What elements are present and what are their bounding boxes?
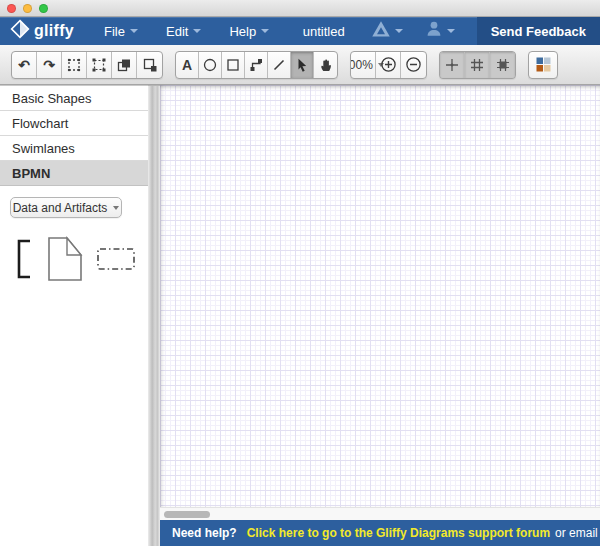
grid-lines-toggle-button[interactable] xyxy=(465,52,490,78)
rectangle-tool-icon xyxy=(225,57,241,73)
drawing-tools-group: A xyxy=(175,51,338,79)
zoom-out-button[interactable] xyxy=(401,52,426,78)
horizontal-scrollbar-thumb[interactable] xyxy=(164,511,210,518)
menu-help-label: Help xyxy=(229,24,256,39)
zoom-in-icon xyxy=(380,56,397,73)
shape-library-sidebar: Basic Shapes Flowchart Swimlanes BPMN Da… xyxy=(0,85,148,546)
text-annotation-bracket-icon xyxy=(14,238,34,280)
snap-to-grid-icon xyxy=(495,57,511,73)
crosshair-icon xyxy=(444,57,460,73)
shape-group-dropdown[interactable]: Data and Artifacts xyxy=(10,197,122,218)
zoom-window-button[interactable] xyxy=(39,4,48,13)
undo-button[interactable]: ↶ xyxy=(12,52,37,78)
text-tool-icon: A xyxy=(182,58,192,72)
gliffy-logo: gliffy xyxy=(10,19,74,43)
group-artifact-icon xyxy=(96,247,136,271)
help-prefix: Need help? xyxy=(172,526,237,540)
pan-tool-button[interactable] xyxy=(314,52,337,78)
zoom-level-value: 100% xyxy=(350,58,373,72)
chevron-down-icon xyxy=(193,29,201,33)
sidebar-item-flowchart[interactable]: Flowchart xyxy=(0,111,148,136)
nav-right-cluster: untitled Send Feedba xyxy=(303,17,600,45)
send-feedback-label: Send Feedback xyxy=(491,24,586,39)
main-area: Basic Shapes Flowchart Swimlanes BPMN Da… xyxy=(0,85,600,546)
connector-tool-button[interactable] xyxy=(245,52,268,78)
theme-group xyxy=(528,51,558,79)
select-all-button[interactable] xyxy=(87,52,112,78)
diagram-canvas[interactable] xyxy=(160,85,600,507)
chevron-down-icon xyxy=(395,29,403,33)
user-icon xyxy=(425,20,443,42)
shape-data-object[interactable] xyxy=(46,236,84,282)
line-tool-icon xyxy=(271,57,287,73)
color-theme-button[interactable] xyxy=(529,52,557,78)
ungroup-button[interactable] xyxy=(137,52,162,78)
minimize-window-button[interactable] xyxy=(23,4,32,13)
menu-edit-label: Edit xyxy=(166,24,188,39)
canvas-column: Need help? Click here to go to the Gliff… xyxy=(160,85,600,546)
rectangle-tool-button[interactable] xyxy=(222,52,245,78)
chevron-down-icon xyxy=(447,29,455,33)
macos-title-bar xyxy=(0,0,600,17)
zoom-level-dropdown[interactable]: 100% xyxy=(351,52,376,78)
redo-icon: ↷ xyxy=(43,58,55,72)
user-account-menu[interactable] xyxy=(425,20,455,42)
ellipse-tool-icon xyxy=(202,57,218,73)
group-button[interactable] xyxy=(112,52,137,78)
undo-icon: ↶ xyxy=(18,58,30,72)
sidebar-item-basic-shapes[interactable]: Basic Shapes xyxy=(0,86,148,111)
shape-group-artifact[interactable] xyxy=(96,247,136,271)
chevron-down-icon xyxy=(261,29,269,33)
connector-tool-icon xyxy=(248,57,264,73)
brand-name: gliffy xyxy=(34,22,74,40)
pointer-tool-icon xyxy=(294,57,310,73)
support-forum-link[interactable]: Click here to go to the Gliffy Diagrams … xyxy=(247,526,550,540)
close-window-button[interactable] xyxy=(7,4,16,13)
menu-edit[interactable]: Edit xyxy=(156,20,211,43)
snap-to-grid-toggle-button[interactable] xyxy=(490,52,515,78)
select-all-icon xyxy=(91,57,107,73)
editor-toolbar: ↶ ↷ xyxy=(0,45,600,85)
shape-group-dropdown-label: Data and Artifacts xyxy=(13,201,108,215)
sidebar-item-bpmn[interactable]: BPMN xyxy=(0,161,148,186)
menu-file-label: File xyxy=(104,24,125,39)
chevron-down-icon xyxy=(113,206,119,210)
help-suffix: or email support@gliffy.com xyxy=(555,526,600,540)
menu-file[interactable]: File xyxy=(94,20,148,43)
app-nav-bar: gliffy File Edit Help untitled xyxy=(0,17,600,45)
line-tool-button[interactable] xyxy=(268,52,291,78)
zoom-in-button[interactable] xyxy=(376,52,401,78)
redo-button[interactable]: ↷ xyxy=(37,52,62,78)
menu-bar: File Edit Help xyxy=(94,20,279,43)
gliffy-app-window: gliffy File Edit Help untitled xyxy=(0,0,600,546)
horizontal-scrollbar[interactable] xyxy=(160,507,600,520)
grid-toggles-group xyxy=(439,51,516,79)
google-drive-menu[interactable] xyxy=(371,20,403,42)
sidebar-item-swimlanes[interactable]: Swimlanes xyxy=(0,136,148,161)
gliffy-diamond-icon xyxy=(10,19,30,43)
grid-icon xyxy=(469,57,485,73)
category-label: Swimlanes xyxy=(12,141,75,156)
document-title[interactable]: untitled xyxy=(303,24,345,39)
color-theme-icon xyxy=(536,57,551,72)
google-drive-icon xyxy=(371,20,391,42)
hand-icon xyxy=(318,57,334,73)
chevron-down-icon xyxy=(130,29,138,33)
marquee-select-button[interactable] xyxy=(62,52,87,78)
marquee-select-icon xyxy=(66,57,82,73)
shape-palette xyxy=(0,218,148,282)
send-feedback-button[interactable]: Send Feedback xyxy=(477,17,600,45)
text-tool-button[interactable]: A xyxy=(176,52,199,78)
crosshair-toggle-button[interactable] xyxy=(440,52,465,78)
pointer-tool-button[interactable] xyxy=(291,52,314,78)
history-selection-group: ↶ ↷ xyxy=(11,51,163,79)
category-label: BPMN xyxy=(12,166,50,181)
zoom-group: 100% xyxy=(350,51,427,79)
sidebar-canvas-divider[interactable] xyxy=(148,85,160,546)
ungroup-icon xyxy=(142,57,158,73)
ellipse-tool-button[interactable] xyxy=(199,52,222,78)
shape-text-annotation-bracket[interactable] xyxy=(14,238,34,280)
menu-help[interactable]: Help xyxy=(219,20,279,43)
help-bar: Need help? Click here to go to the Gliff… xyxy=(160,520,600,546)
category-label: Basic Shapes xyxy=(12,91,92,106)
